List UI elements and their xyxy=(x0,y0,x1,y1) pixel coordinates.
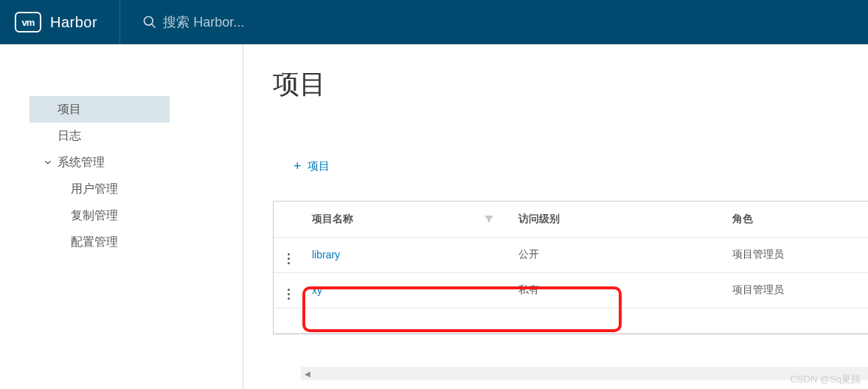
vm-logo-icon: vm xyxy=(15,12,41,32)
add-button-label: 项目 xyxy=(308,159,330,173)
add-project-button[interactable]: + 项目 xyxy=(286,154,337,179)
sidebar-item-users[interactable]: 用户管理 xyxy=(29,176,170,202)
search-input[interactable] xyxy=(163,15,384,30)
sidebar-item-label: 系统管理 xyxy=(58,155,105,171)
sidebar-item-projects[interactable]: 项目 xyxy=(29,96,170,123)
access-cell: 公开 xyxy=(510,237,723,272)
main-content: 项目 + 项目 项目名称 访问级别 xyxy=(243,44,868,389)
table-row: library 公开 项目管理员 xyxy=(274,237,868,272)
sidebar-item-config[interactable]: 配置管理 xyxy=(29,229,170,255)
col-access[interactable]: 访问级别 xyxy=(510,202,723,237)
table-row: xy 私有 项目管理员 xyxy=(274,272,868,308)
horizontal-scrollbar[interactable]: ◀ xyxy=(301,367,868,380)
sidebar: 项目 日志 系统管理 用户管理 复制管理 配置管理 xyxy=(0,44,243,389)
projects-table: 项目名称 访问级别 角色 xyxy=(273,201,868,334)
role-cell: 项目管理员 xyxy=(723,237,868,272)
sidebar-item-label: 复制管理 xyxy=(71,208,118,224)
search-icon xyxy=(142,15,157,30)
sidebar-item-system[interactable]: 系统管理 xyxy=(29,149,170,176)
plus-icon: + xyxy=(294,159,302,174)
svg-point-0 xyxy=(145,17,153,26)
col-name[interactable]: 项目名称 xyxy=(303,202,510,237)
logo-area: vm Harbor xyxy=(0,0,120,44)
access-cell: 私有 xyxy=(510,272,723,308)
row-actions-icon[interactable] xyxy=(288,253,290,264)
page-title: 项目 xyxy=(273,66,868,103)
sidebar-item-label: 项目 xyxy=(58,102,81,117)
svg-line-1 xyxy=(152,24,156,28)
app-name: Harbor xyxy=(50,14,97,31)
watermark: CSDN @Sq夏颜 xyxy=(790,373,861,386)
scroll-track[interactable] xyxy=(314,367,868,380)
project-link[interactable]: library xyxy=(312,249,340,261)
row-actions-icon[interactable] xyxy=(288,289,290,300)
project-link[interactable]: xy xyxy=(312,284,322,296)
sidebar-item-logs[interactable]: 日志 xyxy=(29,123,170,149)
empty-row xyxy=(274,308,868,333)
col-actions xyxy=(274,202,303,237)
header-bar: vm Harbor xyxy=(0,0,868,44)
sidebar-item-label: 用户管理 xyxy=(71,182,118,197)
search-area xyxy=(120,15,868,30)
scroll-left-icon[interactable]: ◀ xyxy=(301,367,314,380)
col-role[interactable]: 角色 xyxy=(723,202,868,237)
sidebar-item-label: 日志 xyxy=(58,128,81,144)
role-cell: 项目管理员 xyxy=(723,272,868,308)
filter-icon[interactable] xyxy=(483,213,495,225)
sidebar-item-label: 配置管理 xyxy=(71,235,118,250)
sidebar-item-replication[interactable]: 复制管理 xyxy=(29,202,170,229)
chevron-down-icon xyxy=(43,157,53,168)
